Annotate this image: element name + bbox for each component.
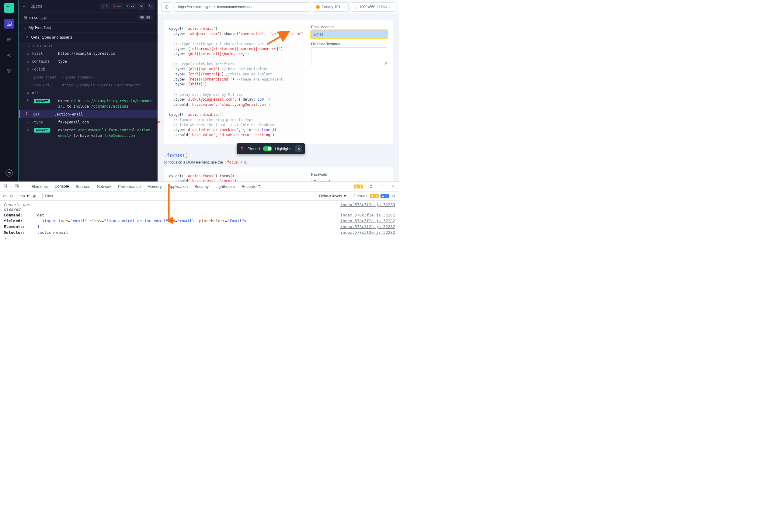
cmd-page-load: (page load) --page loaded-- bbox=[19, 73, 157, 81]
pin-icon: 📍 bbox=[240, 147, 244, 151]
svg-point-7 bbox=[10, 69, 11, 71]
tab-lighthouse[interactable]: Lighthouse bbox=[215, 182, 235, 191]
back-icon[interactable]: ⇤ bbox=[23, 4, 26, 9]
eye-icon[interactable]: ◉ bbox=[33, 194, 36, 198]
email-label: Email address bbox=[311, 25, 387, 29]
sidebar-toggle-icon[interactable]: ▭ bbox=[3, 194, 7, 198]
describe-title: My First Test bbox=[29, 25, 51, 30]
spec-ext: .cy.js bbox=[38, 15, 47, 20]
reporter-header: ⇤ Specs ✓1 ✕-- ↻-- ↻ bbox=[19, 0, 157, 12]
warning-badge[interactable]: ◆ 1 bbox=[354, 185, 363, 188]
test-title: Gets, types and asserts bbox=[31, 35, 73, 40]
devtools-panel: Elements Console Sources Network Perform… bbox=[0, 181, 399, 254]
cmd-get-highlighted[interactable]: 📍 get .action-email bbox=[19, 110, 157, 118]
password-label: Password bbox=[311, 172, 387, 177]
describe-row[interactable]: ⌄ My First Test bbox=[19, 23, 157, 33]
pending-pill: ↻-- bbox=[125, 3, 137, 9]
url-bar[interactable]: https://example.cypress.io/commands/acti… bbox=[175, 2, 310, 12]
debug-nav-icon[interactable] bbox=[4, 66, 14, 76]
source-link[interactable]: index.578c3f2e.js:32282 bbox=[340, 230, 395, 235]
source-link[interactable]: index.578c3f2e.js:32289 bbox=[340, 202, 395, 212]
device-toggle-icon[interactable] bbox=[14, 184, 19, 189]
spec-file-row[interactable]: ▤ misc.cy.js 00:49 bbox=[19, 12, 157, 23]
cmd-visit[interactable]: 1 visit https://example.cypress.io bbox=[19, 50, 157, 57]
flask-icon: ⚗ bbox=[258, 184, 261, 189]
password-field[interactable] bbox=[311, 178, 387, 181]
test-row[interactable]: ✓ Gets, types and asserts bbox=[19, 33, 157, 42]
console-clear-line: Console was cleared index.578c3f2e.js:32… bbox=[4, 202, 395, 212]
app-logo-icon[interactable] bbox=[4, 3, 14, 13]
chevron-down-icon: ⌄ bbox=[23, 25, 27, 30]
console-elements-line: Elements: 1 index.578c3f2e.js:32282 bbox=[4, 224, 395, 230]
pass-count-pill: ✓1 bbox=[100, 3, 110, 9]
source-link[interactable]: index.578c3f2e.js:32282 bbox=[340, 224, 395, 229]
options-dropdown[interactable] bbox=[138, 2, 145, 10]
levels-selector[interactable]: Default levels ▼ bbox=[319, 194, 347, 198]
reload-button[interactable]: ↻ bbox=[147, 2, 154, 10]
focus-section: .focus() To focus on a DOM element, use … bbox=[164, 152, 393, 181]
svg-point-8 bbox=[9, 72, 10, 73]
chevron-down-icon: ⌄ bbox=[28, 44, 31, 48]
cmd-assert-url[interactable]: 5 -assert expected https://example.cypre… bbox=[19, 97, 157, 110]
test-body-header[interactable]: ⌄ TEST BODY bbox=[19, 42, 157, 50]
svg-text:cy: cy bbox=[7, 171, 11, 175]
pinned-toast: 📍 Pinned Highlights ✕ bbox=[237, 143, 305, 154]
form-column: Email address Email Disabled Textarea bbox=[311, 25, 387, 139]
gear-icon[interactable]: ⚙ bbox=[392, 194, 396, 198]
email-field[interactable]: Email bbox=[311, 30, 387, 38]
svg-rect-1 bbox=[7, 6, 8, 7]
tab-sources[interactable]: Sources bbox=[75, 182, 91, 191]
settings-nav-icon[interactable] bbox=[4, 50, 14, 60]
disabled-textarea[interactable] bbox=[311, 47, 387, 65]
specs-nav-icon[interactable] bbox=[4, 19, 14, 29]
clear-console-icon[interactable]: ⊘ bbox=[10, 194, 13, 198]
console-prompt[interactable]: > bbox=[4, 235, 395, 241]
issues-counter[interactable]: 2 Issues: ◆ 1 ▬ 1 bbox=[353, 194, 389, 198]
svg-point-12 bbox=[166, 7, 167, 8]
console-command-line: Command: get index.578c3f2e.js:32282 bbox=[4, 212, 395, 218]
aut-toolbar: https://example.cypress.io/commands/acti… bbox=[157, 0, 399, 14]
cmd-assert-value[interactable]: 8 -assert expected <input#email1.form-co… bbox=[19, 126, 157, 140]
cypress-logo-icon[interactable]: cy bbox=[4, 168, 14, 178]
browser-selector[interactable]: Canary 101⌄ bbox=[313, 2, 348, 12]
cmd-new-url: (new url) https://example.cypress.io/com… bbox=[19, 81, 157, 89]
svg-point-5 bbox=[8, 55, 10, 56]
tab-network[interactable]: Network bbox=[96, 182, 112, 191]
cmd-url[interactable]: 4 url bbox=[19, 89, 157, 97]
source-link[interactable]: index.578c3f2e.js:32282 bbox=[340, 219, 395, 223]
viewport-selector[interactable]: ⊞1000x660(71%)⌄ bbox=[351, 2, 395, 12]
focus-description: To focus on a DOM element, use the .focu… bbox=[164, 160, 393, 164]
inspect-icon[interactable] bbox=[3, 184, 9, 189]
specs-label: Specs bbox=[30, 4, 42, 9]
file-icon: ▤ bbox=[23, 15, 27, 20]
runs-nav-icon[interactable] bbox=[4, 35, 14, 44]
tab-recorder[interactable]: Recorder ⚗ bbox=[241, 182, 262, 191]
selector-playground-button[interactable] bbox=[161, 2, 172, 12]
kebab-icon[interactable]: ⋮ bbox=[379, 184, 385, 189]
context-selector[interactable]: top ▼ bbox=[19, 194, 29, 198]
cmd-contains[interactable]: 2 contains type bbox=[19, 57, 157, 65]
gear-icon[interactable]: ⚙ bbox=[368, 184, 374, 189]
close-icon[interactable]: ✕ bbox=[390, 184, 396, 189]
pinned-label: Pinned bbox=[247, 147, 260, 151]
svg-point-4 bbox=[10, 38, 11, 39]
tab-memory[interactable]: Memory bbox=[147, 182, 162, 191]
aut-panel: https://example.cypress.io/commands/acti… bbox=[157, 0, 399, 181]
source-link[interactable]: index.578c3f2e.js:32282 bbox=[340, 213, 395, 217]
tab-application[interactable]: Application bbox=[168, 182, 188, 191]
devtools-tabs: Elements Console Sources Network Perform… bbox=[0, 182, 399, 192]
textarea-label: Disabled Textarea bbox=[311, 42, 387, 46]
spec-name: misc bbox=[29, 15, 38, 20]
tab-security[interactable]: Security bbox=[194, 182, 209, 191]
filter-input[interactable] bbox=[42, 193, 316, 199]
tab-console[interactable]: Console bbox=[54, 182, 70, 191]
svg-rect-3 bbox=[7, 22, 11, 26]
console-yielded-line: Yielded: <input type="email" class="form… bbox=[4, 218, 395, 224]
cmd-type[interactable]: 7 -type fake@email.com bbox=[19, 118, 157, 126]
highlights-toggle[interactable] bbox=[263, 146, 272, 151]
tab-performance[interactable]: Performance bbox=[117, 182, 141, 191]
cmd-click[interactable]: 3 -click bbox=[19, 65, 157, 73]
fail-count-pill: ✕-- bbox=[111, 3, 123, 9]
tab-elements[interactable]: Elements bbox=[31, 182, 48, 191]
close-icon[interactable]: ✕ bbox=[295, 145, 302, 152]
